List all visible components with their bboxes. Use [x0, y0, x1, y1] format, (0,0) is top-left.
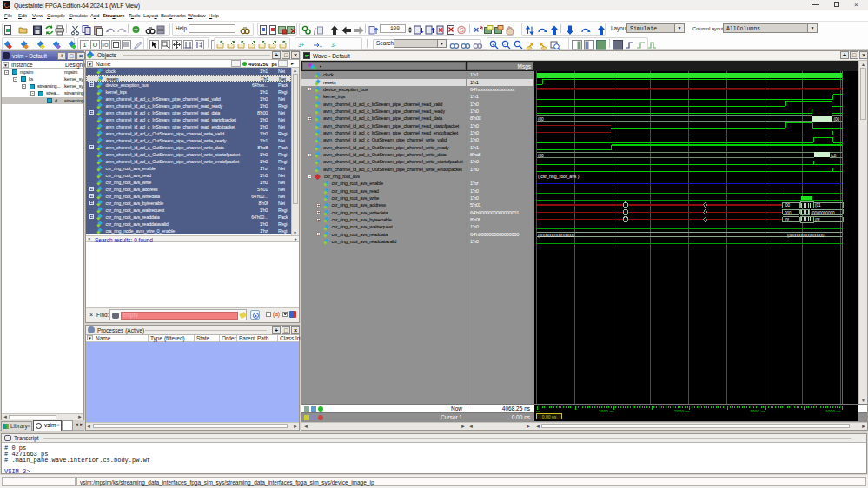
- svg-text:(00: (00: [538, 117, 544, 122]
- svg-text:(00: (00: [834, 117, 840, 122]
- svg-text:(01: (01: [815, 203, 821, 208]
- svg-text:+: +: [320, 43, 323, 49]
- svg-text:I/O: I/O: [102, 43, 109, 48]
- svg-text:000...: 000...: [785, 211, 795, 215]
- svg-text:f: f: [314, 27, 317, 35]
- svg-text:3+: 3+: [298, 42, 305, 48]
- svg-text:(00: (00: [538, 154, 544, 158]
- svg-text:(c8: (c8: [831, 154, 837, 158]
- svg-text:-: -: [504, 42, 506, 47]
- svg-text:+: +: [492, 42, 495, 47]
- svg-text:(0f: (0f: [815, 218, 820, 222]
- svg-text:(0000000000000000: (0000000000000000: [787, 234, 825, 238]
- svg-text:( csr_ring_root_avs ): ( csr_ring_root_avs ): [538, 174, 580, 179]
- svg-text:(0000000000000000: (0000000000000000: [538, 234, 575, 238]
- svg-text:00: 00: [785, 203, 791, 208]
- svg-text:S: S: [460, 26, 464, 34]
- svg-text:(0000000000: (0000000000: [812, 211, 836, 215]
- svg-text:1: 1: [83, 42, 87, 48]
- svg-text:3-: 3-: [331, 42, 336, 48]
- svg-text:O: O: [93, 42, 98, 48]
